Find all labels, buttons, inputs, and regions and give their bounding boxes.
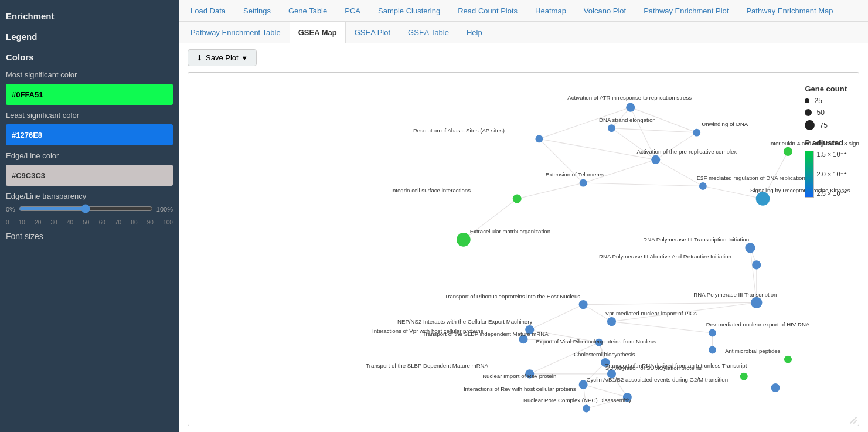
tab-heatmap[interactable]: Heatmap: [526, 0, 575, 21]
edge-color-section: Edge/Line color #C9C3C3: [6, 151, 173, 186]
network-node-label: Cholesterol biosynthesis: [574, 351, 635, 358]
sidebar-title-legend: Legend: [6, 29, 173, 44]
resize-handle[interactable]: [849, 416, 857, 424]
network-node[interactable]: [771, 383, 780, 392]
tab-gsea-map[interactable]: GSEA Map: [290, 22, 346, 43]
network-edge: [583, 302, 757, 304]
tab-gsea-table[interactable]: GSEA Table: [399, 22, 458, 43]
network-node[interactable]: [740, 373, 748, 380]
tab-pathway-enrichment-table[interactable]: Pathway Enrichment Table: [182, 22, 290, 43]
network-node-label: Integrin cell surface interactions: [391, 187, 471, 193]
legend-circle: [805, 109, 812, 116]
network-node[interactable]: [709, 346, 716, 354]
network-node-label: Extension of Telomeres: [546, 171, 604, 178]
plot-area: Activation of ATR in response to replica…: [188, 72, 859, 426]
network-node-label: E2F mediated regulation of DNA replicati…: [697, 175, 805, 181]
sidebar: Enrichment Legend Colors Most significan…: [0, 0, 179, 432]
tab-help[interactable]: Help: [458, 22, 491, 43]
network-node-label: SUMOylation of SUMOylation proteins: [605, 365, 702, 371]
legend-circle-row: 25: [805, 97, 847, 105]
main-content: Load DataSettingsGene TablePCASample Clu…: [179, 0, 868, 432]
save-plot-button[interactable]: ⬇ Save Plot ▼: [188, 49, 257, 66]
network-edge: [583, 183, 703, 186]
edge-color-value: #C9C3C3: [12, 171, 45, 180]
network-node[interactable]: [535, 135, 543, 142]
network-node-label: Interactions of Rev with host cellular p…: [464, 386, 576, 392]
network-node-label: Antimicrobial peptides: [725, 348, 781, 354]
network-node[interactable]: [751, 297, 762, 308]
tab-volcano-plot[interactable]: Volcano Plot: [575, 0, 635, 21]
least-significant-section: Least significant color #1276E8: [6, 111, 173, 145]
network-edge: [612, 128, 656, 160]
tab-pathway-enrichment-map[interactable]: Pathway Enrichment Map: [737, 0, 842, 21]
network-node[interactable]: [784, 147, 792, 156]
most-significant-label: Most significant color: [6, 70, 173, 79]
color-gradient: [805, 151, 814, 198]
slider-wrap: [19, 204, 153, 215]
network-node[interactable]: [579, 300, 588, 309]
network-node[interactable]: [651, 155, 660, 164]
network-node-label: Transport of the SLBP independent Mature…: [423, 331, 549, 337]
legend-area: Gene count 255075 P adjusted 1.5 × 10⁻⁴2…: [805, 84, 847, 198]
save-plot-label: Save Plot: [206, 53, 239, 62]
network-node[interactable]: [626, 103, 635, 112]
network-node[interactable]: [608, 124, 615, 132]
slider-min-label: 0%: [6, 206, 15, 213]
network-node-label: Activation of ATR in response to replica…: [567, 94, 692, 101]
slider-max-label: 100%: [156, 206, 173, 213]
tabs-row-2: Pathway Enrichment TableGSEA MapGSEA Plo…: [179, 22, 868, 43]
network-node[interactable]: [699, 182, 707, 190]
tab-pathway-enrichment-plot[interactable]: Pathway Enrichment Plot: [635, 0, 737, 21]
color-bar-wrap: 1.5 × 10⁻⁴2.0 × 10⁻⁴2.5 × 10⁻⁴: [805, 151, 846, 198]
network-edge: [656, 159, 703, 186]
tab-load-data[interactable]: Load Data: [182, 0, 234, 21]
tab-gsea-plot[interactable]: GSEA Plot: [346, 22, 399, 43]
p-adj-tick: 2.0 × 10⁻⁴: [816, 171, 846, 178]
network-node[interactable]: [607, 317, 616, 326]
legend-circles: 255075: [805, 97, 847, 130]
transparency-label: Edge/Line transparency: [6, 192, 173, 200]
network-node[interactable]: [709, 329, 716, 337]
network-node-label: DNA strand elongation: [599, 117, 656, 123]
tab-sample-clustering[interactable]: Sample Clustering: [369, 0, 449, 21]
network-node[interactable]: [583, 405, 590, 413]
most-significant-swatch[interactable]: #0FFA51: [6, 84, 173, 105]
least-significant-swatch[interactable]: #1276E8: [6, 124, 173, 145]
network-node[interactable]: [513, 194, 522, 203]
most-significant-value: #0FFA51: [12, 90, 43, 99]
network-edge: [656, 132, 697, 159]
network-node-label: Activation of the pre-replicative comple…: [637, 148, 737, 155]
legend-circle-row: 50: [805, 108, 847, 117]
legend-circle: [805, 98, 809, 103]
network-svg: Activation of ATR in response to replica…: [188, 73, 859, 426]
edge-color-swatch[interactable]: #C9C3C3: [6, 165, 173, 186]
legend-circle-row: 75: [805, 120, 847, 130]
network-node-label: Export of Viral Ribonucleoproteins from …: [536, 338, 657, 345]
network-node[interactable]: [784, 356, 792, 363]
network-node-label: RNA Polymerase III Transcription Initiat…: [643, 236, 749, 243]
network-node-label: Transport of Ribonucleoproteins into the…: [445, 293, 581, 300]
tab-pca[interactable]: PCA: [336, 0, 369, 21]
slider-row: 0% 100%: [6, 204, 173, 215]
network-node-label: RNA Polymerase III Abortive And Retracti…: [599, 253, 731, 260]
network-node-label: RNA Polymerase III Transcription: [693, 291, 777, 298]
network-node[interactable]: [745, 243, 755, 253]
tab-read-count-plots[interactable]: Read Count Plots: [449, 0, 526, 21]
caret-icon: ▼: [241, 55, 248, 62]
p-adj-title: P adjusted: [805, 138, 843, 147]
network-edge: [539, 107, 631, 139]
network-node[interactable]: [756, 192, 770, 206]
tab-gene-table[interactable]: Gene Table: [280, 0, 336, 21]
transparency-slider[interactable]: [19, 204, 153, 213]
network-node[interactable]: [457, 233, 471, 247]
network-node[interactable]: [580, 179, 587, 187]
least-significant-value: #1276E8: [12, 131, 42, 140]
sidebar-title-colors: Colors: [6, 50, 173, 64]
network-edge: [530, 305, 583, 330]
save-icon: ⬇: [196, 53, 203, 62]
network-node[interactable]: [752, 260, 761, 269]
tab-settings[interactable]: Settings: [234, 0, 280, 21]
network-node-label: Rev-mediated nuclear export of HIV RNA: [706, 321, 810, 328]
network-node[interactable]: [693, 129, 700, 137]
network-node-label: Resolution of Abasic Sites (AP sites): [413, 127, 505, 134]
